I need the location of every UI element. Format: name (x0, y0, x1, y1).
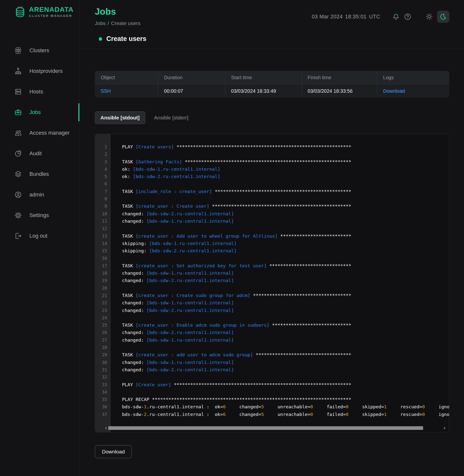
sidebar-item-jobs[interactable]: Jobs (0, 105, 79, 119)
table-row: SSH 00:00:07 03/03/2024 18:33:49 03/03/2… (95, 84, 449, 98)
log-line-text: changed: [bds-sdw-1.ru-central1.internal… (111, 270, 234, 277)
log-line-text: changed: [bds-sdw-2.ru-central1.internal… (111, 329, 234, 336)
log-line: 31changed: [bds-sdw-2.ru-central1.intern… (95, 366, 449, 373)
sidebar-item-audit[interactable]: Audit (0, 147, 79, 160)
log-line: 34 (95, 388, 449, 396)
log-line: 32 (95, 373, 449, 381)
dark-theme-button[interactable] (437, 11, 449, 23)
log-line: 3TASK [Gathering Facts] ****************… (95, 158, 449, 166)
log-line-text: TASK [include_role : create_user] ******… (111, 188, 351, 195)
log-line-text: PLAY [Create users] ********************… (111, 143, 351, 151)
log-line: 10changed: [bds-sdw-2.ru-central1.intern… (95, 210, 449, 218)
notifications-button[interactable] (392, 13, 400, 21)
clusters-icon (14, 47, 22, 54)
log-line-number: 21 (95, 292, 111, 299)
log-line-text: changed: [bds-sdw-2.ru-central1.internal… (111, 307, 234, 314)
log-line-text: skipping: [bds-sdw-1.ru-central1.interna… (111, 240, 237, 247)
help-button[interactable] (404, 13, 412, 21)
log-line: 37bds-sdw-2.ru-central1.internal : ok=6 … (95, 411, 449, 418)
column-header-logs: Logs (377, 71, 449, 84)
notification-dot (397, 14, 398, 16)
tab-ansible-stdout[interactable]: Ansible [stdout] (95, 111, 145, 124)
sidebar-item-clusters[interactable]: Clusters (0, 44, 79, 57)
log-line-number: 14 (95, 240, 111, 247)
log-line: 4ok: [bds-sdw-1.ru-central1.internal] (95, 166, 449, 173)
log-line-number: 26 (95, 329, 111, 336)
log-line-number: 11 (95, 218, 111, 225)
log-line-text: TASK [create_user : Set authorized key f… (111, 262, 351, 270)
log-line-number: 17 (95, 262, 111, 270)
scroll-left-arrow[interactable]: ‹ (105, 426, 107, 430)
log-line-text: bds-sdw-2.ru-central1.internal : ok=6 ch… (111, 411, 449, 418)
log-line: 29TASK [create_user : add user to adcm s… (95, 351, 449, 359)
tab-ansible-stderr[interactable]: Ansible [stderr] (154, 112, 188, 124)
sidebar-item-label: Audit (29, 150, 42, 157)
timezone-text: UTC (369, 14, 380, 20)
log-line-number: 22 (95, 299, 111, 307)
log-line-number: 3 (95, 158, 111, 166)
brand-subtitle: CLUSTER MANAGER (29, 14, 73, 18)
log-line-text: TASK [create_user : Create sudo group fo… (111, 292, 351, 299)
arenadata-logo-icon (14, 6, 26, 19)
date-text: 03 Mar 2024 (312, 14, 342, 20)
log-line-number: 29 (95, 351, 111, 359)
breadcrumb-separator: / (108, 20, 109, 26)
job-status-dot (99, 37, 102, 41)
log-line-number: 25 (95, 322, 111, 329)
log-line: 20 (95, 284, 449, 292)
breadcrumb-parent[interactable]: Jobs (95, 20, 106, 26)
log-line: 28 (95, 344, 449, 351)
log-line-number: 33 (95, 381, 111, 388)
log-line-number: 16 (95, 255, 111, 262)
sidebar-item-admin[interactable]: admin (0, 188, 79, 202)
log-line-text (111, 388, 122, 396)
hostproviders-icon (14, 67, 22, 75)
log-line-text (111, 195, 122, 203)
log-line-text (111, 180, 122, 188)
sidebar-item-settings[interactable]: Settings (0, 208, 79, 222)
scroll-right-arrow[interactable]: › (443, 426, 446, 430)
log-line-text (111, 151, 122, 158)
duration-value: 00:00:07 (158, 84, 225, 98)
sidebar-item-access-manager[interactable]: Access manager (0, 126, 79, 140)
finish-time-value: 03/03/2024 18:33:56 (302, 84, 377, 98)
log-line-number: 30 (95, 359, 111, 366)
breadcrumb: Jobs/Create users (95, 20, 140, 26)
scrollbar-thumb[interactable] (108, 426, 423, 430)
log-line: 13TASK [create_user : Add user to wheel … (95, 232, 449, 240)
log-line-number: 7 (95, 188, 111, 195)
log-line-text: changed: [bds-sdw-2.ru-central1.internal… (111, 210, 234, 218)
sidebar-item-hosts[interactable]: Hosts (0, 85, 79, 99)
log-line-text: changed: [bds-sdw-1.ru-central1.internal… (111, 359, 234, 366)
download-log-button[interactable]: Download (95, 445, 132, 458)
log-line: 5ok: [bds-sdw-2.ru-central1.internal] (95, 173, 449, 180)
sidebar-item-bundles[interactable]: Bundles (0, 167, 79, 181)
log-line-number: 34 (95, 388, 111, 396)
sidebar-item-label: admin (29, 192, 44, 198)
user-icon (14, 191, 22, 199)
sidebar: ARENADATA CLUSTER MANAGER Clusters (0, 0, 80, 476)
log-line-text: TASK [create_user : Create user] *******… (111, 203, 351, 210)
jobs-icon (14, 108, 22, 116)
log-line-number: 28 (95, 344, 111, 351)
sidebar-item-label: Hostproviders (29, 68, 63, 74)
log-line-text (111, 344, 122, 351)
log-line-number: 32 (95, 373, 111, 381)
log-line-number: 4 (95, 166, 111, 173)
log-line-number: 13 (95, 232, 111, 240)
log-line: 22changed: [bds-sdw-1.ru-central1.intern… (95, 299, 449, 307)
light-theme-button[interactable] (425, 13, 433, 21)
sidebar-item-label: Log out (29, 233, 47, 239)
log-line-text (111, 314, 122, 322)
log-line: 15skipping: [bds-sdw-2.ru-central1.inter… (95, 247, 449, 255)
log-line: 12 (95, 225, 449, 232)
log-line: 9TASK [create_user : Create user] ******… (95, 203, 449, 210)
object-link[interactable]: SSH (101, 88, 111, 94)
sidebar-item-hostproviders[interactable]: Hostproviders (0, 64, 79, 78)
log-line-number: 35 (95, 396, 111, 403)
sidebar-item-logout[interactable]: Log out (0, 229, 79, 243)
log-line-number: 18 (95, 270, 111, 277)
logs-download-link[interactable]: Download (383, 88, 405, 94)
log-line: 7TASK [include_role : create_user] *****… (95, 188, 449, 195)
log-line: 1PLAY [Create users] *******************… (95, 143, 449, 151)
